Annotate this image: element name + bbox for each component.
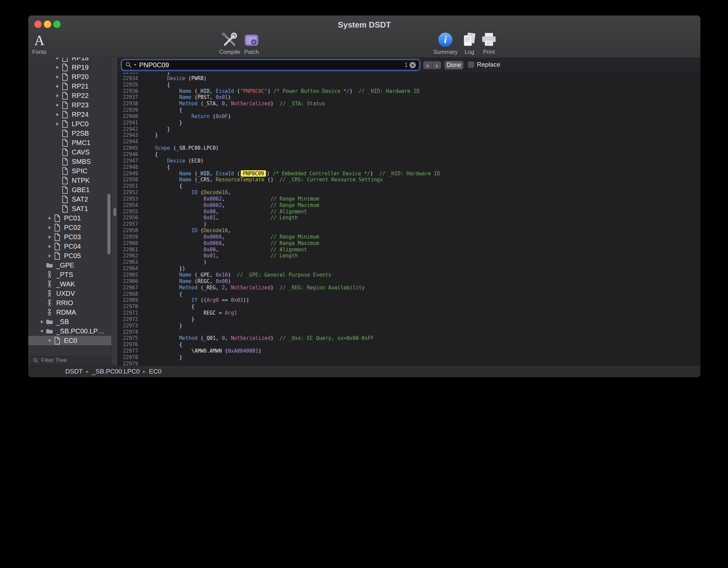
fonts-button[interactable]: A Fonts [32, 31, 47, 56]
tree-item-RP18[interactable]: RP18 [28, 58, 111, 63]
code-line-text [138, 139, 155, 145]
tree-item-RP21[interactable]: RP21 [28, 81, 111, 91]
disclosure-triangle[interactable] [46, 225, 53, 230]
tree-item-RP20[interactable]: RP20 [28, 72, 111, 81]
patch-button[interactable]: Patch [244, 31, 259, 56]
breadcrumb-item[interactable]: _SB.PC00.LPC0 [92, 368, 140, 375]
tree-item-PC01[interactable]: PC01 [28, 213, 111, 223]
tree-item-SMBS[interactable]: SMBS [28, 157, 111, 166]
tree-item-_SB[interactable]: _SB [28, 317, 111, 326]
search-field[interactable]: 1 × [122, 60, 419, 70]
filter-tree-field[interactable] [30, 356, 119, 365]
disclosure-triangle[interactable] [46, 235, 53, 239]
log-icon [462, 31, 477, 47]
disclosure-triangle[interactable] [46, 244, 53, 249]
disclosure-triangle[interactable] [54, 122, 61, 126]
document-icon [61, 158, 69, 166]
pane-splitter[interactable] [112, 58, 118, 365]
code-line: 22959 0x0066, // Range Minimum [118, 234, 700, 240]
tree-item-SAT1[interactable]: SAT1 [28, 204, 111, 213]
line-number: 22978 [118, 354, 138, 361]
main-content: RP18RP19RP20RP21RP22RP23RP24LPC0P2SBPMC1… [28, 58, 700, 365]
code-line: 22968 { [118, 291, 700, 297]
tree-item-label: PC04 [64, 243, 81, 250]
code-line-text: If ((Arg0 == 0x03)) [138, 297, 249, 304]
summary-label: Summary [433, 49, 458, 56]
tree-item-RP24[interactable]: RP24 [28, 110, 111, 119]
disclosure-triangle[interactable] [54, 94, 61, 98]
tree-item-PC02[interactable]: PC02 [28, 223, 111, 232]
tree-item-UXDV[interactable]: UXDV [28, 289, 111, 298]
tree-item-P2SB[interactable]: P2SB [28, 129, 111, 138]
disclosure-triangle[interactable] [38, 320, 45, 324]
tree-item-RP22[interactable]: RP22 [28, 91, 111, 100]
replace-checkbox[interactable] [468, 62, 474, 68]
tree-item-SAT2[interactable]: SAT2 [28, 194, 111, 204]
tree-item-LPC0[interactable]: LPC0 [28, 119, 111, 129]
tree-item-label: SMBS [72, 158, 91, 166]
tree-item-_PTS[interactable]: _PTS [28, 270, 111, 279]
svg-text:i: i [444, 34, 447, 45]
tree-item-RP23[interactable]: RP23 [28, 100, 111, 110]
code-line: 22950 Name (_CRS, ResourceTemplate () //… [118, 177, 700, 183]
disclosure-triangle[interactable] [54, 84, 61, 88]
document-icon [53, 252, 61, 260]
code-editor[interactable]: 22933 }22934 Device (PWRB)22935 {22936 N… [118, 72, 700, 365]
find-next-button[interactable]: › [432, 61, 441, 69]
code-line: 22940 Return (0x0F) [118, 113, 700, 120]
document-icon [61, 186, 69, 194]
breadcrumb-item[interactable]: DSDT [65, 368, 83, 375]
disclosure-triangle[interactable] [46, 339, 53, 343]
line-number: 22958 [118, 227, 138, 234]
tree-item-RRIO[interactable]: RRIO [28, 298, 111, 308]
disclosure-triangle[interactable] [46, 254, 53, 258]
tree-item-NTPK[interactable]: NTPK [28, 176, 111, 185]
tree-item-_GPE[interactable]: _GPE [28, 260, 111, 270]
disclosure-triangle[interactable] [38, 329, 45, 333]
tree-item-RDMA[interactable]: RDMA [28, 308, 111, 317]
disclosure-triangle[interactable] [54, 65, 61, 70]
tree-item-RP19[interactable]: RP19 [28, 63, 111, 72]
method-icon [45, 280, 54, 288]
compile-button[interactable]: Compile [219, 31, 240, 56]
line-number: 22967 [118, 285, 138, 291]
tree-item-PMC1[interactable]: PMC1 [28, 138, 111, 147]
filter-tree-input[interactable] [40, 357, 116, 364]
summary-button[interactable]: i Summary [433, 31, 458, 56]
tree-item-PC05[interactable]: PC05 [28, 251, 111, 260]
tree-item-PC03[interactable]: PC03 [28, 232, 111, 242]
done-button[interactable]: Done [444, 61, 463, 69]
tree-item-PC04[interactable]: PC04 [28, 242, 111, 251]
method-icon [45, 290, 54, 297]
breadcrumb-item[interactable]: EC0 [149, 368, 161, 375]
clear-search-icon[interactable]: × [409, 62, 416, 68]
tree-item-_SB.PC00.LP-[interactable]: _SB.PC00.LP… [28, 326, 111, 336]
tree-item-_WAK[interactable]: _WAK [28, 279, 111, 289]
find-previous-button[interactable]: ‹ [423, 61, 432, 69]
tree-item-EC0[interactable]: EC0 [28, 336, 111, 345]
disclosure-triangle[interactable] [54, 112, 61, 117]
code-line-text: 0x0066, // Range Minimum [138, 234, 319, 240]
tree-item-CAVS[interactable]: CAVS [28, 147, 111, 157]
disclosure-triangle[interactable] [54, 103, 61, 107]
search-input[interactable] [138, 61, 403, 69]
code-line-text: 0x0062, // Range Maximum [138, 202, 319, 209]
disclosure-triangle[interactable] [54, 75, 61, 79]
code-line-text: } [138, 316, 194, 323]
tree-item-label: _WAK [56, 280, 75, 288]
print-button[interactable]: Print [481, 31, 497, 56]
search-scope-chevron-icon[interactable] [134, 64, 137, 66]
tree-item-SPIC[interactable]: SPIC [28, 166, 111, 176]
sidebar-scrollbar[interactable] [107, 194, 110, 254]
disclosure-triangle[interactable] [46, 216, 53, 220]
code-line: 22939 { [118, 107, 700, 113]
tree-item-GBE1[interactable]: GBE1 [28, 185, 111, 194]
document-icon [61, 196, 69, 203]
disclosure-triangle[interactable] [54, 58, 61, 60]
line-number: 22979 [118, 361, 138, 365]
tree-item-label: P2SB [72, 130, 89, 137]
document-icon [53, 243, 61, 250]
line-number: 22956 [118, 215, 138, 221]
splitter-handle[interactable] [113, 208, 116, 216]
log-button[interactable]: Log [462, 31, 477, 56]
